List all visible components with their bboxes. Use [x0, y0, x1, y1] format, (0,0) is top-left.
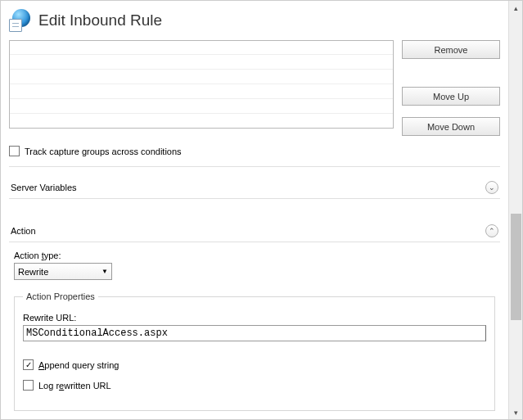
scroll-down-icon[interactable]: ▾	[509, 405, 523, 419]
track-capture-groups-label: Track capture groups across conditions	[25, 147, 182, 156]
page-title: Edit Inbound Rule	[38, 11, 162, 29]
section-action[interactable]: Action ⌃	[9, 222, 500, 240]
section-title: Action	[11, 226, 36, 236]
action-type-select[interactable]: Rewrite ▼	[14, 263, 112, 280]
divider	[9, 166, 500, 167]
rewrite-url-label: Rewrite URL:	[23, 313, 486, 323]
chevron-down-icon: ⌄	[485, 181, 498, 194]
log-rewritten-label: Log rewritten URL	[38, 381, 111, 391]
section-server-variables[interactable]: Server Variables ⌄	[9, 178, 500, 196]
vertical-scrollbar[interactable]: ▴ ▾	[508, 1, 522, 419]
conditions-grid[interactable]	[9, 40, 394, 129]
action-properties-legend: Action Properties	[23, 291, 98, 301]
move-down-button[interactable]: Move Down	[402, 117, 500, 136]
scroll-up-icon[interactable]: ▴	[509, 1, 523, 15]
action-properties-fieldset: Action Properties Rewrite URL: Append qu…	[14, 291, 495, 411]
append-query-checkbox[interactable]	[23, 359, 34, 370]
action-type-value: Rewrite	[18, 267, 48, 277]
remove-button[interactable]: Remove	[402, 40, 500, 59]
rewrite-url-input[interactable]	[23, 325, 486, 341]
append-query-label: Append query string	[38, 360, 119, 370]
track-capture-groups-checkbox[interactable]	[9, 146, 20, 156]
log-rewritten-checkbox[interactable]	[23, 380, 34, 391]
section-title: Server Variables	[11, 183, 77, 192]
dropdown-arrow-icon: ▼	[101, 268, 108, 275]
chevron-up-icon: ⌃	[485, 224, 498, 237]
iis-rule-icon	[9, 9, 32, 32]
move-up-button[interactable]: Move Up	[402, 87, 500, 106]
scroll-thumb[interactable]	[511, 214, 521, 320]
page-header: Edit Inbound Rule	[9, 7, 500, 40]
action-type-label: Action type:	[14, 251, 495, 260]
